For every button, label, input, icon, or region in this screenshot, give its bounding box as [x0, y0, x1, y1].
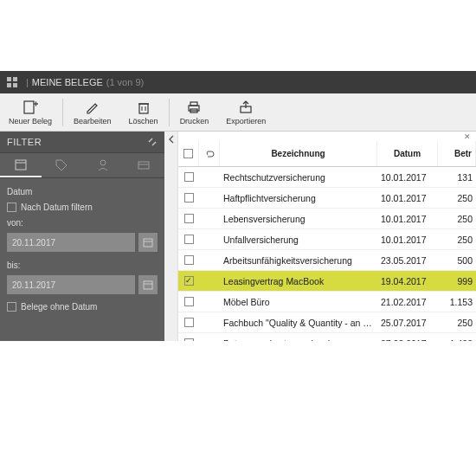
from-label: von:: [7, 215, 158, 231]
filter-tab-tag[interactable]: [42, 153, 83, 177]
table-row[interactable]: Rechtschutzversicherung10.01.2017131: [178, 167, 476, 188]
to-label: bis:: [7, 257, 158, 273]
row-checkbox[interactable]: [184, 172, 194, 182]
edit-icon: [85, 100, 100, 115]
header-amount[interactable]: Betr: [438, 141, 476, 166]
filter-title: FILTER: [7, 137, 42, 147]
app-icon: [7, 77, 17, 87]
row-date: 10.01.2017: [377, 193, 438, 203]
table-row[interactable]: Lebensversicherung10.01.2017250: [178, 209, 476, 229]
title-separator: |: [26, 77, 29, 87]
documents-grid: ✕ Bezeichnung Datum Betr Rechtschutzvers…: [178, 132, 476, 341]
svg-rect-23: [144, 281, 152, 289]
row-date: 19.04.2017: [377, 276, 438, 286]
row-name: Lebensversicherung: [220, 214, 377, 224]
row-checkbox[interactable]: [184, 297, 194, 306]
svg-rect-3: [13, 83, 17, 87]
row-name: Betreuungskostennachweis: [220, 338, 377, 342]
to-calendar-button[interactable]: [138, 275, 158, 294]
row-checkbox[interactable]: [184, 338, 194, 341]
expand-icon[interactable]: [147, 137, 158, 147]
filter-tab-date[interactable]: [0, 153, 42, 177]
row-date: 25.07.2017: [377, 318, 438, 328]
filter-section-date: Datum: [7, 183, 158, 200]
toolbar-sep: [62, 99, 63, 126]
to-date-input[interactable]: [7, 275, 135, 294]
page-count: (1 von 9): [106, 77, 144, 87]
row-checkbox[interactable]: [184, 318, 194, 327]
export-icon: [238, 100, 254, 115]
row-name: Haftpflichtversicherung: [220, 193, 377, 203]
row-name: Möbel Büro: [220, 297, 377, 307]
svg-rect-4: [24, 101, 34, 113]
new-icon: [23, 100, 38, 115]
row-date: 10.01.2017: [377, 214, 438, 224]
svg-rect-1: [13, 77, 17, 81]
row-checkbox[interactable]: [184, 276, 194, 286]
row-checkbox[interactable]: [184, 193, 194, 203]
row-date: 21.02.2017: [377, 297, 438, 307]
header-name[interactable]: Bezeichnung: [220, 141, 377, 166]
new-button[interactable]: Neuer Beleg: [0, 93, 61, 131]
title-bar: | MEINE BELEGE (1 von 9): [0, 71, 476, 93]
row-checkbox[interactable]: [184, 235, 194, 244]
row-amount: 250: [438, 214, 476, 224]
table-row[interactable]: Haftpflichtversicherung10.01.2017250: [178, 188, 476, 209]
print-icon: [186, 100, 202, 115]
row-amount: 250: [438, 318, 476, 328]
row-name: Fachbuch "Quality & Quantity - an endles…: [220, 318, 377, 328]
toolbar: Neuer Beleg Bearbeiten Löschen Drucken E…: [0, 93, 476, 132]
edit-label: Bearbeiten: [74, 117, 112, 125]
row-amount: 999: [438, 276, 476, 286]
row-amount: 500: [438, 255, 476, 266]
table-row[interactable]: Unfallversicherung10.01.2017250: [178, 229, 476, 250]
trash-icon: [136, 100, 151, 115]
svg-rect-12: [190, 102, 197, 106]
header-select-all[interactable]: [178, 141, 199, 166]
new-label: Neuer Beleg: [9, 117, 52, 125]
filter-panel: FILTER Datum Nach Datum filtern von:: [0, 132, 164, 341]
edit-button[interactable]: Bearbeiten: [65, 93, 120, 131]
collapse-sidebar-button[interactable]: [164, 132, 178, 341]
toolbar-sep: [169, 99, 170, 126]
svg-rect-19: [138, 162, 149, 169]
table-row[interactable]: Betreuungskostennachweis07.02.20171.400: [178, 333, 476, 341]
row-amount: 1.400: [438, 338, 476, 342]
row-date: 23.05.2017: [377, 255, 438, 266]
header-attachment[interactable]: [199, 141, 220, 166]
row-date: 10.01.2017: [377, 172, 438, 183]
row-name: Leasingvertrag MacBook: [220, 276, 377, 286]
row-checkbox[interactable]: [184, 255, 194, 265]
table-row[interactable]: Fachbuch "Quality & Quantity - an endles…: [178, 312, 476, 333]
row-amount: 131: [438, 172, 476, 183]
svg-point-18: [100, 160, 106, 165]
close-search-icon[interactable]: ✕: [178, 132, 476, 141]
svg-rect-7: [139, 104, 148, 113]
export-label: Exportieren: [226, 117, 266, 125]
print-label: Drucken: [180, 117, 209, 125]
header-date[interactable]: Datum: [377, 141, 438, 166]
row-checkbox[interactable]: [184, 214, 194, 223]
page-title: MEINE BELEGE: [32, 77, 103, 87]
from-calendar-button[interactable]: [138, 233, 158, 252]
svg-rect-16: [16, 160, 26, 170]
print-button[interactable]: Drucken: [171, 93, 218, 131]
table-row[interactable]: Möbel Büro21.02.20171.153: [178, 292, 476, 312]
row-name: Arbeitsunfähigkeitsversicherung: [220, 255, 377, 266]
from-date-input[interactable]: [7, 233, 135, 252]
table-row[interactable]: Arbeitsunfähigkeitsversicherung23.05.201…: [178, 250, 476, 271]
no-date-label: Belege ohne Datum: [21, 302, 97, 312]
export-button[interactable]: Exportieren: [217, 93, 274, 131]
row-date: 07.02.2017: [377, 338, 438, 342]
delete-button[interactable]: Löschen: [120, 93, 167, 131]
no-date-checkbox[interactable]: [7, 302, 16, 312]
filter-tab-card[interactable]: [124, 153, 165, 177]
row-name: Unfallversicherung: [220, 235, 377, 245]
row-amount: 250: [438, 235, 476, 245]
filter-tab-person[interactable]: [82, 153, 124, 177]
filter-by-date-checkbox[interactable]: [7, 203, 16, 212]
filter-by-date-label: Nach Datum filtern: [21, 203, 93, 212]
table-row[interactable]: Leasingvertrag MacBook19.04.2017999: [178, 271, 476, 292]
svg-rect-0: [7, 77, 11, 81]
row-name: Rechtschutzversicherung: [220, 172, 377, 183]
